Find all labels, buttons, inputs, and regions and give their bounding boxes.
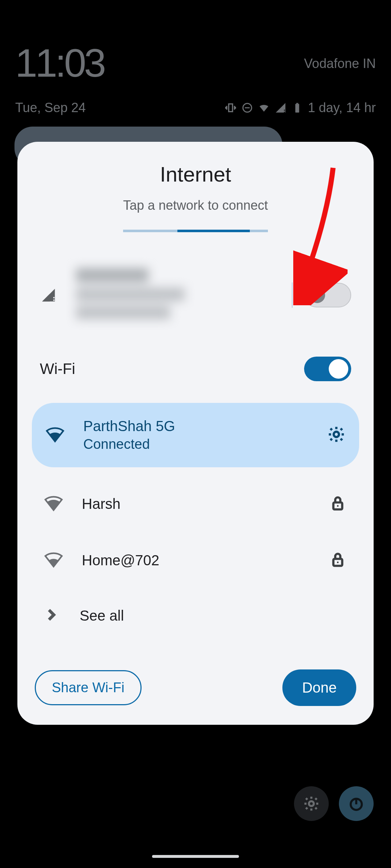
svg-point-12: [309, 801, 314, 806]
share-wifi-button[interactable]: Share Wi-Fi: [35, 670, 142, 705]
vibrate-icon: [225, 102, 236, 114]
svg-rect-1: [284, 110, 285, 111]
wifi-icon: [44, 550, 63, 570]
svg-point-9: [337, 505, 339, 507]
connected-network-status: Connected: [83, 437, 327, 452]
dnd-icon: [241, 102, 253, 114]
home-indicator[interactable]: [152, 855, 239, 858]
wifi-icon: [46, 425, 64, 445]
done-button[interactable]: Done: [282, 669, 356, 706]
svg-rect-4: [296, 103, 298, 104]
battery-icon: [291, 102, 303, 114]
sheet-subtitle: Tap a network to connect: [32, 198, 359, 213]
wifi-master-row[interactable]: Wi-Fi: [32, 354, 359, 383]
divider: [292, 282, 293, 308]
network-settings-button[interactable]: [327, 425, 345, 445]
battery-text: 1 day, 14 hr: [308, 100, 376, 115]
see-all-label: See all: [80, 608, 124, 624]
wifi-icon: [44, 494, 63, 514]
sheet-title: Internet: [32, 162, 359, 186]
status-icons: 1 day, 14 hr: [225, 100, 376, 115]
mobile-carrier-name-redacted: [76, 268, 192, 322]
date-label: Tue, Sep 24: [15, 100, 86, 115]
svg-point-7: [334, 432, 339, 437]
network-name: Home@702: [82, 552, 330, 569]
svg-rect-6: [53, 299, 55, 301]
connected-network-card[interactable]: ParthShah 5G Connected: [32, 403, 359, 467]
wifi-status-icon: [258, 102, 270, 114]
svg-rect-5: [53, 297, 55, 298]
lock-icon: [330, 494, 345, 513]
wifi-toggle[interactable]: [304, 357, 351, 381]
wifi-label: Wi-Fi: [40, 360, 75, 378]
chevron-right-icon: [44, 606, 59, 625]
svg-rect-3: [295, 104, 299, 112]
cell-signal-icon: [275, 102, 286, 114]
network-row[interactable]: Home@702: [32, 540, 359, 580]
svg-point-11: [337, 562, 339, 563]
internet-sheet: Internet Tap a network to connect Wi-Fi: [17, 142, 374, 725]
mobile-data-row[interactable]: [32, 263, 359, 328]
network-name: Harsh: [82, 496, 330, 512]
settings-button[interactable]: [294, 786, 329, 821]
network-row[interactable]: Harsh: [32, 484, 359, 524]
system-buttons: [294, 786, 374, 821]
lock-icon: [330, 551, 345, 570]
carrier-label: Vodafone IN: [304, 56, 376, 71]
mobile-data-toggle[interactable]: [304, 283, 351, 307]
cell-signal-icon: [40, 288, 57, 303]
status-bar: 11:03 Vodafone IN Tue, Sep 24 1 day, 14 …: [0, 0, 391, 115]
connected-network-name: ParthShah 5G: [83, 418, 327, 434]
power-button[interactable]: [339, 786, 374, 821]
see-all-row[interactable]: See all: [32, 597, 359, 634]
scanning-indicator: [123, 230, 268, 232]
svg-rect-2: [284, 112, 285, 113]
